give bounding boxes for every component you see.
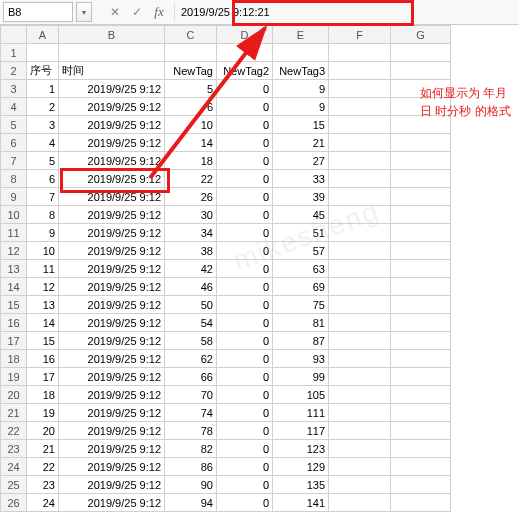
- cell[interactable]: 2019/9/25 9:12: [59, 98, 165, 116]
- cell[interactable]: 87: [273, 332, 329, 350]
- cell[interactable]: [391, 62, 451, 80]
- cell[interactable]: 0: [217, 188, 273, 206]
- cell[interactable]: 5: [165, 80, 217, 98]
- cell[interactable]: [391, 404, 451, 422]
- cell[interactable]: 0: [217, 134, 273, 152]
- cell[interactable]: [329, 80, 391, 98]
- cell[interactable]: 117: [273, 422, 329, 440]
- cell[interactable]: 21: [27, 440, 59, 458]
- cell[interactable]: [391, 296, 451, 314]
- cell[interactable]: 0: [217, 296, 273, 314]
- cell[interactable]: 18: [27, 386, 59, 404]
- cell[interactable]: 26: [165, 188, 217, 206]
- row-header[interactable]: 4: [1, 98, 27, 116]
- cell[interactable]: [391, 350, 451, 368]
- cell[interactable]: [27, 44, 59, 62]
- select-all-corner[interactable]: [1, 26, 27, 44]
- cell[interactable]: 2019/9/25 9:12: [59, 134, 165, 152]
- col-header-A[interactable]: A: [27, 26, 59, 44]
- cell[interactable]: 66: [165, 368, 217, 386]
- cell[interactable]: 27: [273, 152, 329, 170]
- cell[interactable]: 2019/9/25 9:12: [59, 422, 165, 440]
- cell[interactable]: 序号: [27, 62, 59, 80]
- cell[interactable]: 2019/9/25 9:12: [59, 206, 165, 224]
- cell[interactable]: 2019/9/25 9:12: [59, 224, 165, 242]
- row-header[interactable]: 17: [1, 332, 27, 350]
- cell[interactable]: 0: [217, 332, 273, 350]
- cell[interactable]: 15: [27, 332, 59, 350]
- cell[interactable]: 94: [165, 494, 217, 512]
- cell[interactable]: [329, 296, 391, 314]
- cell[interactable]: 9: [273, 80, 329, 98]
- cell[interactable]: [391, 188, 451, 206]
- cell[interactable]: 33: [273, 170, 329, 188]
- name-box[interactable]: B8: [3, 2, 73, 22]
- cell[interactable]: [329, 224, 391, 242]
- cell[interactable]: 105: [273, 386, 329, 404]
- cell[interactable]: 2019/9/25 9:12: [59, 188, 165, 206]
- cell[interactable]: 30: [165, 206, 217, 224]
- cell[interactable]: 2019/9/25 9:12: [59, 170, 165, 188]
- cell[interactable]: [391, 332, 451, 350]
- cell[interactable]: 7: [27, 188, 59, 206]
- cell[interactable]: 14: [165, 134, 217, 152]
- cell[interactable]: [329, 458, 391, 476]
- cell[interactable]: 51: [273, 224, 329, 242]
- col-header-C[interactable]: C: [165, 26, 217, 44]
- cell[interactable]: 2019/9/25 9:12: [59, 242, 165, 260]
- row-header[interactable]: 25: [1, 476, 27, 494]
- cell[interactable]: 2019/9/25 9:12: [59, 386, 165, 404]
- cell[interactable]: [391, 224, 451, 242]
- fx-icon[interactable]: fx: [150, 3, 168, 21]
- cell[interactable]: 0: [217, 224, 273, 242]
- cell[interactable]: 2019/9/25 9:12: [59, 116, 165, 134]
- cell[interactable]: [329, 170, 391, 188]
- cell[interactable]: 2019/9/25 9:12: [59, 494, 165, 512]
- cell[interactable]: [329, 116, 391, 134]
- cell[interactable]: 0: [217, 80, 273, 98]
- row-header[interactable]: 20: [1, 386, 27, 404]
- row-header[interactable]: 23: [1, 440, 27, 458]
- cell[interactable]: [391, 278, 451, 296]
- cell[interactable]: 10: [27, 242, 59, 260]
- cell[interactable]: 20: [27, 422, 59, 440]
- cell[interactable]: [329, 152, 391, 170]
- accept-icon[interactable]: ✓: [128, 3, 146, 21]
- cell[interactable]: [273, 44, 329, 62]
- cell[interactable]: [217, 44, 273, 62]
- row-header[interactable]: 26: [1, 494, 27, 512]
- cell[interactable]: 2019/9/25 9:12: [59, 314, 165, 332]
- name-box-dropdown[interactable]: ▾: [76, 2, 92, 22]
- cell[interactable]: [329, 314, 391, 332]
- cell[interactable]: 58: [165, 332, 217, 350]
- cell[interactable]: [329, 134, 391, 152]
- cell[interactable]: 2019/9/25 9:12: [59, 332, 165, 350]
- row-header[interactable]: 18: [1, 350, 27, 368]
- cell[interactable]: [329, 188, 391, 206]
- cell[interactable]: 15: [273, 116, 329, 134]
- cell[interactable]: 42: [165, 260, 217, 278]
- row-header[interactable]: 15: [1, 296, 27, 314]
- cell[interactable]: [329, 242, 391, 260]
- cell[interactable]: 38: [165, 242, 217, 260]
- col-header-F[interactable]: F: [329, 26, 391, 44]
- cell[interactable]: 2019/9/25 9:12: [59, 440, 165, 458]
- col-header-E[interactable]: E: [273, 26, 329, 44]
- row-header[interactable]: 13: [1, 260, 27, 278]
- cell[interactable]: 2019/9/25 9:12: [59, 278, 165, 296]
- cell[interactable]: 82: [165, 440, 217, 458]
- cell[interactable]: [391, 98, 451, 116]
- cell[interactable]: 141: [273, 494, 329, 512]
- row-header[interactable]: 6: [1, 134, 27, 152]
- cell[interactable]: [329, 44, 391, 62]
- cell[interactable]: 0: [217, 170, 273, 188]
- row-header[interactable]: 16: [1, 314, 27, 332]
- cell[interactable]: 54: [165, 314, 217, 332]
- cell[interactable]: 0: [217, 152, 273, 170]
- cell[interactable]: 6: [27, 170, 59, 188]
- cell[interactable]: NewTag3: [273, 62, 329, 80]
- cell[interactable]: [329, 404, 391, 422]
- cell[interactable]: [391, 386, 451, 404]
- cell[interactable]: 0: [217, 206, 273, 224]
- row-header[interactable]: 7: [1, 152, 27, 170]
